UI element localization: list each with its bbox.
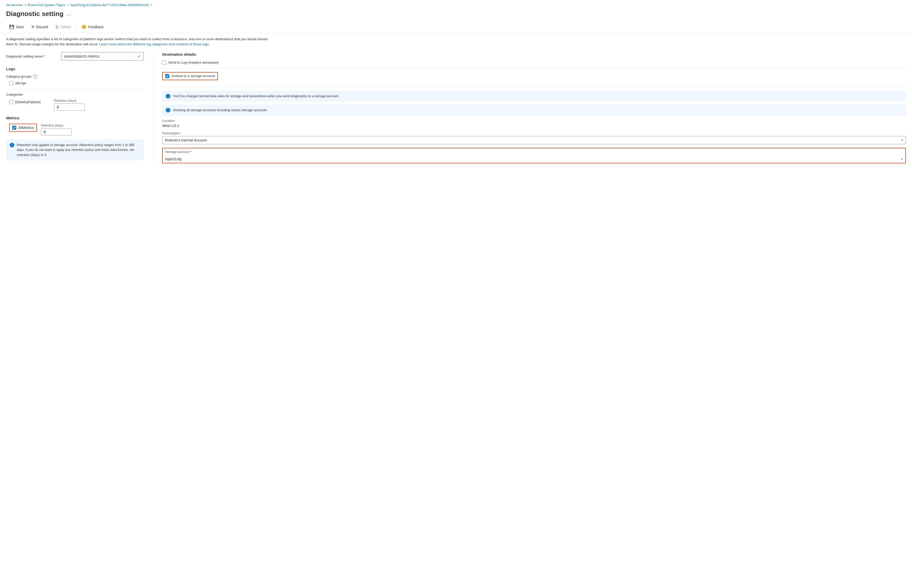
all-metrics-label[interactable]: AllMetrics bbox=[18, 126, 34, 130]
delivery-retention-input[interactable] bbox=[54, 103, 84, 111]
archive-info-box-2: i Showing all storage accounts including… bbox=[162, 105, 906, 116]
required-star: * bbox=[44, 55, 45, 58]
archive-info-icon-1: i bbox=[166, 94, 170, 99]
delivery-retention-label: Retention (days) bbox=[54, 99, 84, 103]
category-groups: Category groups i allLogs bbox=[6, 74, 144, 85]
category-groups-label: Category groups i bbox=[6, 74, 144, 79]
discard-icon: ✕ bbox=[31, 24, 34, 29]
breadcrumb-sep-2: > bbox=[67, 3, 69, 7]
categories-label: Categories bbox=[6, 93, 144, 97]
page-title: Diagnostic setting bbox=[6, 10, 63, 18]
save-icon: 💾 bbox=[9, 24, 14, 29]
archive-info-text-2: Showing all storage accounts including c… bbox=[173, 108, 267, 113]
toolbar: 💾 Save ✕ Discard 🗑 Delete 😊 Feedback bbox=[0, 21, 912, 33]
left-panel: Diagnostic setting name * ✓ Logs Categor… bbox=[6, 52, 154, 167]
save-button[interactable]: 💾 Save bbox=[6, 23, 27, 31]
feedback-button[interactable]: 😊 Feedback bbox=[78, 23, 107, 31]
subscription-value: Roberto's Internal Account bbox=[165, 138, 207, 142]
feedback-label: Feedback bbox=[88, 25, 104, 29]
log-analytics-row: Send to Log Analytics workspace bbox=[162, 61, 906, 65]
logs-section-title: Logs bbox=[6, 67, 144, 71]
storage-account-label: Storage account * bbox=[165, 150, 903, 153]
storage-account-dropdown[interactable]: topic01stg ▾ bbox=[163, 155, 906, 163]
all-metrics-checkbox[interactable] bbox=[12, 126, 16, 130]
archive-info-text-1: You'll be charged normal data rates for … bbox=[173, 94, 339, 99]
delivery-failures-retention: Retention (days) bbox=[54, 99, 84, 111]
archive-info-box-1: i You'll be charged normal data rates fo… bbox=[162, 90, 906, 102]
delivery-failures-check-label: DeliveryFailures bbox=[9, 99, 50, 104]
all-metrics-checkbox-border: AllMetrics bbox=[9, 124, 37, 132]
metrics-section: Metrics AllMetrics Retention (days) bbox=[6, 116, 144, 136]
title-ellipsis-button[interactable]: ... bbox=[66, 11, 71, 17]
save-label: Save bbox=[16, 25, 24, 29]
archive-row-wrapper: Archive to a storage account bbox=[162, 72, 906, 83]
subscription-label: Subscription bbox=[162, 131, 906, 135]
breadcrumb-sep-3: > bbox=[151, 3, 152, 7]
subscription-chevron-icon: ▾ bbox=[902, 139, 903, 142]
logs-section: Logs Category groups i allLogs Categorie… bbox=[6, 67, 144, 111]
delivery-failures-label[interactable]: DeliveryFailures bbox=[15, 100, 41, 104]
storage-account-field-group: Storage account * topic01stg ▾ bbox=[162, 148, 906, 163]
all-metrics-retention: Retention (days) bbox=[41, 124, 71, 136]
learn-more-link[interactable]: Learn more about the different log categ… bbox=[99, 42, 209, 46]
archive-storage-row: Archive to a storage account bbox=[162, 72, 218, 80]
breadcrumb-all-services[interactable]: All services bbox=[6, 3, 23, 7]
right-panel: Destination details Send to Log Analytic… bbox=[154, 52, 906, 167]
all-logs-checkbox[interactable] bbox=[9, 81, 13, 85]
delivery-failures-row: DeliveryFailures Retention (days) bbox=[6, 99, 144, 111]
delete-icon: 🗑 bbox=[55, 25, 59, 29]
discard-label: Discard bbox=[36, 25, 48, 29]
all-metrics-row: AllMetrics Retention (days) bbox=[6, 124, 144, 136]
valid-checkmark-icon: ✓ bbox=[138, 54, 141, 59]
all-logs-row: allLogs bbox=[6, 81, 144, 85]
archive-label[interactable]: Archive to a storage account bbox=[171, 74, 215, 78]
diagnostic-name-input-wrapper: ✓ bbox=[61, 52, 144, 61]
location-label: Location bbox=[162, 119, 906, 123]
metrics-retention-input[interactable] bbox=[41, 128, 71, 136]
delete-label: Delete bbox=[61, 25, 71, 29]
all-logs-label[interactable]: allLogs bbox=[15, 81, 26, 85]
metrics-section-title: Metrics bbox=[6, 116, 144, 120]
feedback-icon: 😊 bbox=[81, 24, 87, 29]
storage-account-value: topic01stg bbox=[165, 157, 181, 161]
breadcrumb-topic[interactable]: topic01stg-811a624a-8a77-437e-89de-dfeb5… bbox=[70, 3, 149, 7]
log-analytics-label[interactable]: Send to Log Analytics workspace bbox=[168, 61, 219, 65]
page-title-area: Diagnostic setting ... bbox=[0, 9, 912, 21]
storage-required-star: * bbox=[190, 150, 191, 153]
log-analytics-checkbox[interactable] bbox=[162, 61, 166, 65]
category-groups-info-icon[interactable]: i bbox=[33, 74, 37, 79]
subscription-field-group: Subscription Roberto's Internal Account … bbox=[162, 131, 906, 144]
metrics-retention-label: Retention (days) bbox=[41, 124, 71, 127]
retention-info-text: Retention only applies to storage accoun… bbox=[17, 142, 140, 157]
discard-button[interactable]: ✕ Discard bbox=[28, 23, 51, 31]
location-field-group: Location West US 2 bbox=[162, 119, 906, 128]
main-content: Diagnostic setting name * ✓ Logs Categor… bbox=[0, 47, 912, 172]
dest-divider-2 bbox=[162, 87, 906, 87]
destination-title: Destination details bbox=[162, 52, 906, 57]
categories-section: Categories DeliveryFailures Retention (d… bbox=[6, 93, 144, 111]
diagnostic-name-label: Diagnostic setting name * bbox=[6, 55, 57, 58]
retention-info-icon: i bbox=[10, 143, 14, 147]
diagnostic-name-row: Diagnostic setting name * ✓ bbox=[6, 52, 144, 61]
location-value: West US 2 bbox=[162, 124, 906, 128]
diagnostic-name-field[interactable] bbox=[64, 54, 138, 58]
storage-account-chevron-icon: ▾ bbox=[901, 157, 903, 161]
archive-checkbox[interactable] bbox=[165, 74, 169, 78]
retention-info-box: i Retention only applies to storage acco… bbox=[6, 139, 144, 160]
breadcrumb-sep-1: > bbox=[24, 3, 26, 7]
description: A diagnostic setting specifies a list of… bbox=[0, 33, 280, 47]
archive-info-icon-2: i bbox=[166, 108, 170, 113]
breadcrumb: All services > Event Grid System Topics … bbox=[0, 0, 912, 9]
subscription-dropdown[interactable]: Roberto's Internal Account ▾ bbox=[162, 136, 906, 144]
delete-button[interactable]: 🗑 Delete bbox=[52, 23, 74, 31]
toolbar-separator bbox=[76, 24, 76, 30]
delivery-failures-checkbox[interactable] bbox=[9, 100, 13, 104]
breadcrumb-event-grid[interactable]: Event Grid System Topics bbox=[28, 3, 66, 7]
